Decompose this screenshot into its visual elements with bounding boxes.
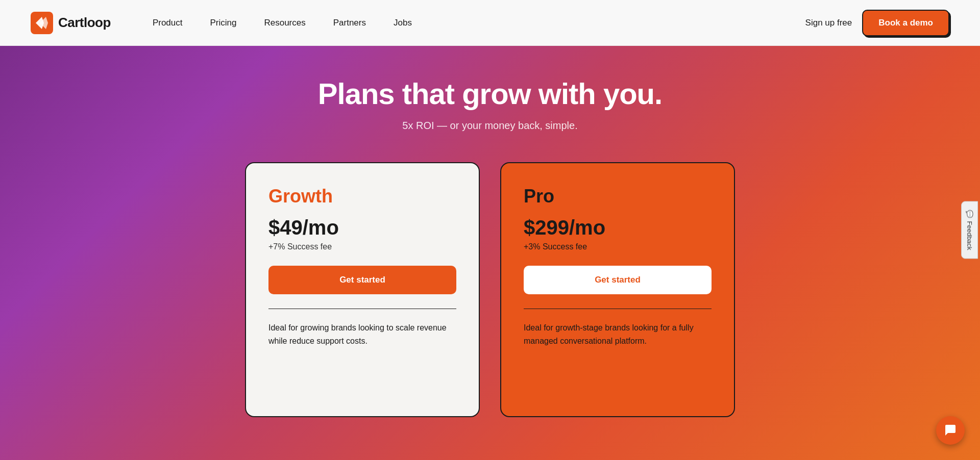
card-pro: Pro $299/mo +3% Success fee Get started … <box>500 162 735 417</box>
nav-jobs[interactable]: Jobs <box>382 14 423 32</box>
nav-pricing[interactable]: Pricing <box>199 14 248 32</box>
book-demo-button[interactable]: Book a demo <box>862 10 949 36</box>
nav-partners[interactable]: Partners <box>322 14 377 32</box>
growth-fee: +7% Success fee <box>268 242 456 251</box>
sign-up-link[interactable]: Sign up free <box>805 18 852 28</box>
pricing-cards: Growth $49/mo +7% Success fee Get starte… <box>10 162 970 417</box>
nav-right: Sign up free Book a demo <box>805 10 949 36</box>
navbar: Cartloop Product Pricing Resources Partn… <box>0 0 980 46</box>
nav-links: Product Pricing Resources Partners Jobs <box>141 14 805 32</box>
growth-get-started-button[interactable]: Get started <box>268 266 456 294</box>
pro-price: $299/mo <box>524 216 712 239</box>
nav-product[interactable]: Product <box>141 14 194 32</box>
pro-description: Ideal for growth-stage brands looking fo… <box>524 321 712 347</box>
logo[interactable]: Cartloop <box>31 12 111 34</box>
growth-divider <box>268 309 456 309</box>
feedback-tab[interactable]: 💬 Feedback <box>961 201 978 259</box>
growth-price: $49/mo <box>268 216 456 239</box>
hero-title: Plans that grow with you. <box>10 76 970 111</box>
pro-plan-name: Pro <box>524 186 712 207</box>
feedback-label: Feedback <box>966 221 973 250</box>
chat-button[interactable] <box>936 416 965 445</box>
hero-section: Plans that grow with you. 5x ROI — or yo… <box>0 46 980 460</box>
growth-plan-name: Growth <box>268 186 456 207</box>
hero-subtitle: 5x ROI — or your money back, simple. <box>10 120 970 132</box>
card-growth: Growth $49/mo +7% Success fee Get starte… <box>245 162 480 417</box>
feedback-icon: 💬 <box>966 210 973 218</box>
pro-get-started-button[interactable]: Get started <box>524 266 712 294</box>
logo-text: Cartloop <box>58 15 111 31</box>
logo-icon <box>31 12 53 34</box>
pro-divider <box>524 309 712 309</box>
pro-fee: +3% Success fee <box>524 242 712 251</box>
growth-description: Ideal for growing brands looking to scal… <box>268 321 456 347</box>
chat-icon <box>944 424 957 437</box>
nav-resources[interactable]: Resources <box>253 14 316 32</box>
